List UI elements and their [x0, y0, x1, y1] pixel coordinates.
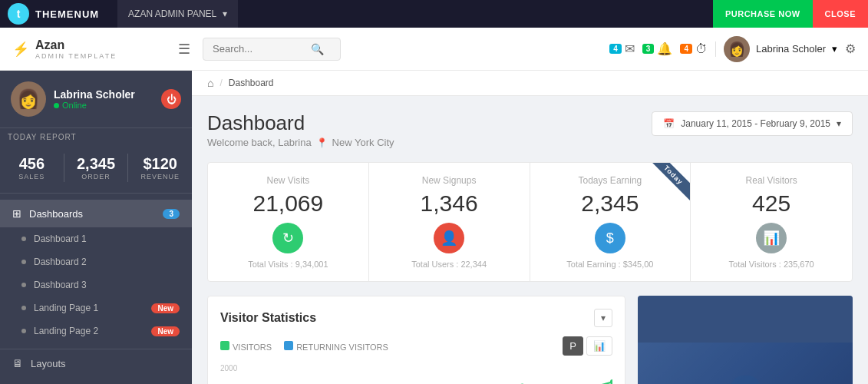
power-button[interactable]: ⏻ [161, 89, 181, 109]
sidebar-item-dashboard2[interactable]: Dashboard 2 [0, 250, 192, 273]
second-nav: ⚡ Azan ADMIN TEMPLATE ☰ 🔍 4 ✉ 3 🔔 4 ⏱ 👩 … [0, 28, 868, 71]
today-ribbon: Today [644, 163, 690, 209]
sidebar-sub-label: Dashboard 1 [34, 233, 87, 244]
legend-visitors: VISITORS [220, 341, 272, 352]
messages-badge: 4 [609, 44, 622, 54]
sidebar-item-dashboard3[interactable]: Dashboard 3 [0, 273, 192, 296]
top-bar-left: t THEMENUM AZAN ADMIN PANEL ▾ [8, 0, 238, 28]
sidebar-sub-label: Dashboard 2 [34, 257, 87, 267]
chart-header: Visitor Statistics ▾ [220, 309, 612, 327]
sidebar-item-landing1[interactable]: Landing Page 1 New [0, 296, 192, 319]
panel-dropdown[interactable]: AZAN ADMIN PANEL ▾ [117, 0, 238, 28]
user-name: Labrina Scholer [756, 43, 826, 55]
nav-divider [715, 41, 716, 57]
signups-icon: 👤 [434, 223, 464, 253]
sidebar-nav: ⊞ Dashboards 3 Dashboard 1 Dashboard 2 D… [0, 194, 192, 349]
stat-order-label: ORDER [68, 173, 125, 180]
sidebar-avatar: 👩 [11, 81, 46, 117]
new-badge-2: New [151, 326, 180, 336]
content-area: ⌂ / Dashboard Dashboard Welcome back, La… [192, 71, 868, 384]
bell-icon: 🔔 [657, 41, 672, 56]
sidebar-user: 👩 Labrina Scholer Online ⏻ [0, 71, 192, 128]
dashboard-icon: ⊞ [12, 207, 21, 220]
chart-controls: P 📊 [563, 336, 612, 356]
sidebar-sub-label: Dashboard 3 [34, 280, 87, 290]
search-icon: 🔍 [311, 43, 324, 55]
purchase-button[interactable]: PURCHASE NOW [713, 0, 813, 28]
user-menu[interactable]: 👩 Labrina Scholer ▾ [724, 36, 837, 62]
page-header: Dashboard Welcome back, Labrina 📍 New Yo… [207, 111, 853, 148]
online-dot [54, 103, 59, 108]
chart-legend: VISITORS RETURNING VISITORS [220, 341, 388, 352]
chart-card: Visitor Statistics ▾ VISITORS RETURNING … [207, 296, 625, 384]
location-text: New York City [332, 137, 394, 148]
chart-dropdown-button[interactable]: ▾ [594, 309, 612, 327]
notifications-button[interactable]: 3 🔔 [642, 41, 673, 56]
subtitle-text: Welcome back, Labrina [207, 137, 312, 148]
home-icon[interactable]: ⌂ [207, 77, 213, 89]
stat-card-label: Real Visitors [705, 175, 838, 186]
top-bar-right: PURCHASE NOW CLOSE [713, 0, 868, 28]
date-range-label: January 11, 2015 - February 9, 2015 [681, 118, 830, 129]
date-picker-button[interactable]: 📅 January 11, 2015 - February 9, 2015 ▾ [652, 111, 853, 136]
sidebar-item-dashboard1[interactable]: Dashboard 1 [0, 227, 192, 250]
stat-order-value: 2,345 [68, 155, 125, 173]
chart-svg [220, 373, 612, 384]
logo-icon: t [8, 3, 29, 25]
panel-dropdown-label: AZAN ADMIN PANEL [128, 8, 216, 19]
dashboards-badge: 3 [163, 209, 180, 219]
sidebar-user-status: Online [54, 101, 135, 110]
stat-card-value: 425 [705, 190, 838, 217]
chevron-down-icon: ▾ [837, 118, 841, 129]
breadcrumb-sep: / [219, 78, 222, 88]
messages-button[interactable]: 4 ✉ [609, 41, 635, 56]
stat-revenue-value: $120 [131, 155, 189, 173]
stat-card-value: 1,346 [383, 190, 516, 217]
chart-title: Visitor Statistics [220, 311, 316, 325]
dot-icon [21, 237, 26, 241]
promo-card: 👤 ⚓ Steve Jobs Time [638, 296, 853, 384]
dot-icon [21, 329, 26, 333]
page-title: Dashboard [207, 111, 394, 135]
stat-card-label: New Visits [222, 175, 355, 186]
calendar-icon: 📅 [663, 118, 675, 129]
content-body: Dashboard Welcome back, Labrina 📍 New Yo… [192, 96, 868, 384]
sidebar-item-layouts[interactable]: 🖥 Layouts [0, 349, 192, 377]
sidebar-item-label: Layouts [31, 358, 66, 369]
stat-card-footer: Total Visits : 9,34,001 [222, 260, 355, 269]
bottom-row: Visitor Statistics ▾ VISITORS RETURNING … [207, 296, 853, 384]
stat-card-visits: New Visits 21,069 ↻ Total Visits : 9,34,… [208, 163, 369, 281]
monitor-icon: 🖥 [12, 357, 23, 369]
nav-right: 4 ✉ 3 🔔 4 ⏱ 👩 Labrina Scholer ▾ ⚙ [609, 36, 856, 62]
stat-sales-value: 456 [3, 155, 61, 173]
visits-icon: ↻ [272, 223, 303, 253]
today-report-label: TODAY REPORT [0, 128, 192, 143]
breadcrumb-current: Dashboard [229, 78, 274, 88]
main-layout: 👩 Labrina Scholer Online ⏻ TODAY REPORT … [0, 71, 868, 384]
stat-order: 2,345 ORDER [64, 151, 128, 185]
search-input[interactable] [213, 43, 305, 55]
stat-card-label: New Signups [383, 175, 516, 186]
chevron-down-icon: ▾ [223, 8, 227, 19]
dot-icon [21, 260, 26, 264]
sidebar-item-landing2[interactable]: Landing Page 2 New [0, 319, 192, 343]
chart-view-bar-button[interactable]: 📊 [586, 336, 612, 356]
sidebar-sub-label: Landing Page 2 [34, 326, 98, 336]
hamburger-icon[interactable]: ☰ [178, 41, 190, 58]
sidebar: 👩 Labrina Scholer Online ⏻ TODAY REPORT … [0, 71, 192, 384]
sidebar-item-label: Dashboards [29, 208, 83, 220]
settings-button[interactable]: ⚙ [845, 41, 856, 56]
stat-revenue-label: REVENUE [131, 173, 189, 180]
mail-icon: ✉ [625, 41, 635, 56]
close-button[interactable]: CLOSE [813, 0, 868, 28]
sidebar-item-dashboards[interactable]: ⊞ Dashboards 3 [0, 200, 192, 227]
clock-icon: ⏱ [695, 42, 708, 56]
tasks-button[interactable]: 4 ⏱ [680, 42, 708, 56]
avatar: 👩 [724, 36, 750, 62]
sidebar-sub-label: Landing Page 1 [34, 303, 98, 313]
chart-view-line-button[interactable]: P [563, 336, 583, 356]
app-brand-sub: ADMIN TEMPLATE [35, 52, 117, 60]
stat-card-signups: New Signups 1,346 👤 Total Users : 22,344 [369, 163, 530, 281]
stat-card-earning: Today Todays Earning 2,345 $ Total Earni… [530, 163, 691, 281]
tasks-badge: 4 [680, 44, 692, 54]
